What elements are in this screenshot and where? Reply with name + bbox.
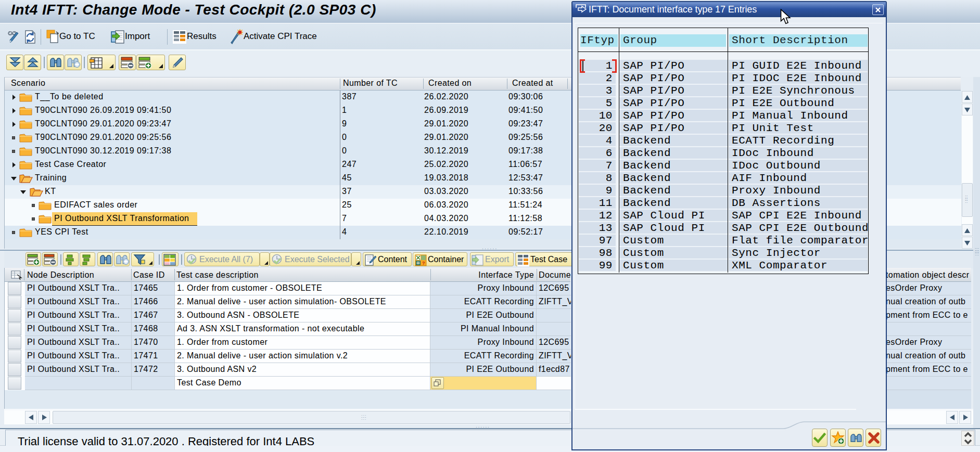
svg-text:?: ? xyxy=(422,261,425,266)
